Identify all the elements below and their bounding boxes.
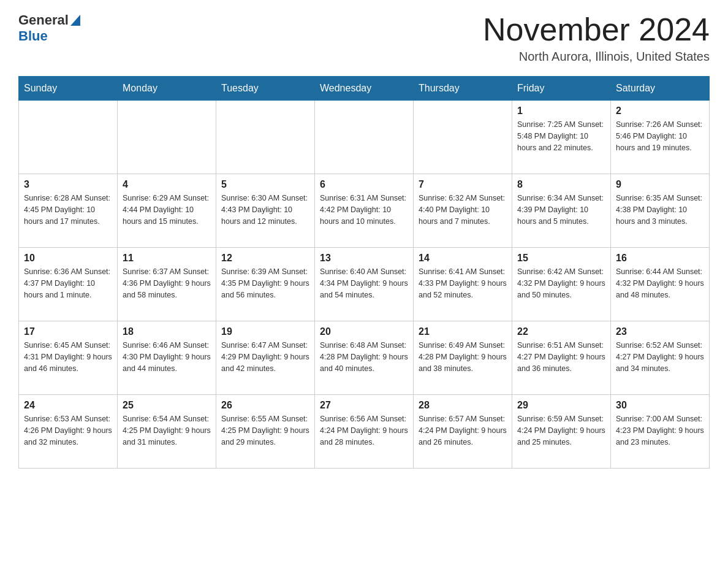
weekday-header-sunday: Sunday — [19, 77, 118, 101]
calendar-cell: 6Sunrise: 6:31 AM Sunset: 4:42 PM Daylig… — [315, 174, 414, 248]
calendar-cell: 19Sunrise: 6:47 AM Sunset: 4:29 PM Dayli… — [216, 321, 315, 395]
calendar-cell: 14Sunrise: 6:41 AM Sunset: 4:33 PM Dayli… — [414, 248, 512, 321]
day-number: 14 — [419, 253, 507, 264]
day-info: Sunrise: 6:32 AM Sunset: 4:40 PM Dayligh… — [419, 193, 507, 227]
calendar-cell: 21Sunrise: 6:49 AM Sunset: 4:28 PM Dayli… — [414, 321, 512, 395]
day-number: 5 — [221, 179, 309, 190]
calendar-cell — [118, 101, 216, 174]
day-info: Sunrise: 6:30 AM Sunset: 4:43 PM Dayligh… — [221, 193, 309, 227]
day-number: 10 — [24, 253, 112, 264]
location-subtitle: North Aurora, Illinois, United States — [483, 50, 710, 64]
day-info: Sunrise: 6:44 AM Sunset: 4:32 PM Dayligh… — [616, 266, 704, 301]
calendar-cell: 29Sunrise: 6:59 AM Sunset: 4:24 PM Dayli… — [512, 395, 611, 469]
weekday-header-friday: Friday — [512, 77, 611, 101]
day-number: 22 — [517, 326, 605, 337]
calendar-cell — [315, 101, 414, 174]
calendar-cell: 8Sunrise: 6:34 AM Sunset: 4:39 PM Daylig… — [512, 174, 611, 248]
day-number: 1 — [517, 105, 605, 117]
day-info: Sunrise: 6:56 AM Sunset: 4:24 PM Dayligh… — [320, 413, 408, 448]
day-number: 19 — [221, 326, 309, 337]
day-number: 3 — [24, 179, 112, 190]
calendar-cell: 13Sunrise: 6:40 AM Sunset: 4:34 PM Dayli… — [315, 248, 414, 321]
day-info: Sunrise: 6:51 AM Sunset: 4:27 PM Dayligh… — [517, 340, 605, 374]
logo-triangle-icon — [70, 15, 80, 26]
calendar-cell: 7Sunrise: 6:32 AM Sunset: 4:40 PM Daylig… — [414, 174, 512, 248]
day-info: Sunrise: 6:59 AM Sunset: 4:24 PM Dayligh… — [517, 413, 605, 448]
calendar-cell: 9Sunrise: 6:35 AM Sunset: 4:38 PM Daylig… — [611, 174, 710, 248]
day-info: Sunrise: 6:53 AM Sunset: 4:26 PM Dayligh… — [24, 413, 112, 448]
calendar-cell: 15Sunrise: 6:42 AM Sunset: 4:32 PM Dayli… — [512, 248, 611, 321]
calendar-week-4: 17Sunrise: 6:45 AM Sunset: 4:31 PM Dayli… — [19, 321, 710, 395]
day-number: 24 — [24, 400, 112, 411]
calendar-week-1: 1Sunrise: 7:25 AM Sunset: 5:48 PM Daylig… — [19, 101, 710, 174]
day-info: Sunrise: 6:35 AM Sunset: 4:38 PM Dayligh… — [616, 193, 704, 227]
day-info: Sunrise: 6:28 AM Sunset: 4:45 PM Dayligh… — [24, 193, 112, 227]
weekday-header-row: SundayMondayTuesdayWednesdayThursdayFrid… — [19, 77, 710, 101]
day-number: 2 — [616, 105, 704, 117]
day-info: Sunrise: 6:37 AM Sunset: 4:36 PM Dayligh… — [123, 266, 211, 301]
day-info: Sunrise: 6:41 AM Sunset: 4:33 PM Dayligh… — [419, 266, 507, 301]
calendar-cell: 26Sunrise: 6:55 AM Sunset: 4:25 PM Dayli… — [216, 395, 315, 469]
day-number: 23 — [616, 326, 704, 337]
calendar-cell: 4Sunrise: 6:29 AM Sunset: 4:44 PM Daylig… — [118, 174, 216, 248]
day-number: 20 — [320, 326, 408, 337]
calendar-cell: 18Sunrise: 6:46 AM Sunset: 4:30 PM Dayli… — [118, 321, 216, 395]
calendar-cell: 23Sunrise: 6:52 AM Sunset: 4:27 PM Dayli… — [611, 321, 710, 395]
weekday-header-saturday: Saturday — [611, 77, 710, 101]
day-number: 29 — [517, 400, 605, 411]
weekday-header-tuesday: Tuesday — [216, 77, 315, 101]
day-number: 9 — [616, 179, 704, 190]
day-info: Sunrise: 6:52 AM Sunset: 4:27 PM Dayligh… — [616, 340, 704, 374]
calendar-cell: 30Sunrise: 7:00 AM Sunset: 4:23 PM Dayli… — [611, 395, 710, 469]
day-info: Sunrise: 7:25 AM Sunset: 5:48 PM Dayligh… — [517, 119, 605, 153]
calendar-cell: 17Sunrise: 6:45 AM Sunset: 4:31 PM Dayli… — [19, 321, 118, 395]
day-info: Sunrise: 6:36 AM Sunset: 4:37 PM Dayligh… — [24, 266, 112, 301]
day-number: 21 — [419, 326, 507, 337]
day-number: 11 — [123, 253, 211, 264]
day-number: 4 — [123, 179, 211, 190]
day-info: Sunrise: 6:46 AM Sunset: 4:30 PM Dayligh… — [123, 340, 211, 374]
calendar-cell: 28Sunrise: 6:57 AM Sunset: 4:24 PM Dayli… — [414, 395, 512, 469]
day-number: 13 — [320, 253, 408, 264]
day-number: 15 — [517, 253, 605, 264]
calendar-cell — [216, 101, 315, 174]
day-number: 8 — [517, 179, 605, 190]
calendar-cell: 3Sunrise: 6:28 AM Sunset: 4:45 PM Daylig… — [19, 174, 118, 248]
day-info: Sunrise: 6:39 AM Sunset: 4:35 PM Dayligh… — [221, 266, 309, 301]
day-number: 25 — [123, 400, 211, 411]
logo: General Blue — [18, 12, 80, 44]
calendar-cell: 5Sunrise: 6:30 AM Sunset: 4:43 PM Daylig… — [216, 174, 315, 248]
calendar-cell: 16Sunrise: 6:44 AM Sunset: 4:32 PM Dayli… — [611, 248, 710, 321]
calendar-week-3: 10Sunrise: 6:36 AM Sunset: 4:37 PM Dayli… — [19, 248, 710, 321]
logo-general-text: General — [18, 12, 69, 28]
calendar-cell: 22Sunrise: 6:51 AM Sunset: 4:27 PM Dayli… — [512, 321, 611, 395]
day-info: Sunrise: 6:57 AM Sunset: 4:24 PM Dayligh… — [419, 413, 507, 448]
day-info: Sunrise: 6:49 AM Sunset: 4:28 PM Dayligh… — [419, 340, 507, 374]
calendar-cell: 25Sunrise: 6:54 AM Sunset: 4:25 PM Dayli… — [118, 395, 216, 469]
calendar-table: SundayMondayTuesdayWednesdayThursdayFrid… — [18, 76, 710, 469]
weekday-header-thursday: Thursday — [414, 77, 512, 101]
logo-blue-text: Blue — [18, 28, 48, 44]
day-number: 26 — [221, 400, 309, 411]
day-number: 17 — [24, 326, 112, 337]
day-info: Sunrise: 6:34 AM Sunset: 4:39 PM Dayligh… — [517, 193, 605, 227]
day-number: 18 — [123, 326, 211, 337]
calendar-week-5: 24Sunrise: 6:53 AM Sunset: 4:26 PM Dayli… — [19, 395, 710, 469]
day-number: 6 — [320, 179, 408, 190]
calendar-cell: 24Sunrise: 6:53 AM Sunset: 4:26 PM Dayli… — [19, 395, 118, 469]
weekday-header-wednesday: Wednesday — [315, 77, 414, 101]
calendar-week-2: 3Sunrise: 6:28 AM Sunset: 4:45 PM Daylig… — [19, 174, 710, 248]
calendar-cell: 20Sunrise: 6:48 AM Sunset: 4:28 PM Dayli… — [315, 321, 414, 395]
day-info: Sunrise: 6:29 AM Sunset: 4:44 PM Dayligh… — [123, 193, 211, 227]
day-info: Sunrise: 6:54 AM Sunset: 4:25 PM Dayligh… — [123, 413, 211, 448]
day-info: Sunrise: 6:31 AM Sunset: 4:42 PM Dayligh… — [320, 193, 408, 227]
calendar-cell — [19, 101, 118, 174]
day-info: Sunrise: 7:00 AM Sunset: 4:23 PM Dayligh… — [616, 413, 704, 448]
month-title: November 2024 — [483, 12, 710, 47]
day-number: 27 — [320, 400, 408, 411]
weekday-header-monday: Monday — [118, 77, 216, 101]
calendar-cell: 12Sunrise: 6:39 AM Sunset: 4:35 PM Dayli… — [216, 248, 315, 321]
calendar-cell: 27Sunrise: 6:56 AM Sunset: 4:24 PM Dayli… — [315, 395, 414, 469]
day-number: 28 — [419, 400, 507, 411]
calendar-cell: 2Sunrise: 7:26 AM Sunset: 5:46 PM Daylig… — [611, 101, 710, 174]
